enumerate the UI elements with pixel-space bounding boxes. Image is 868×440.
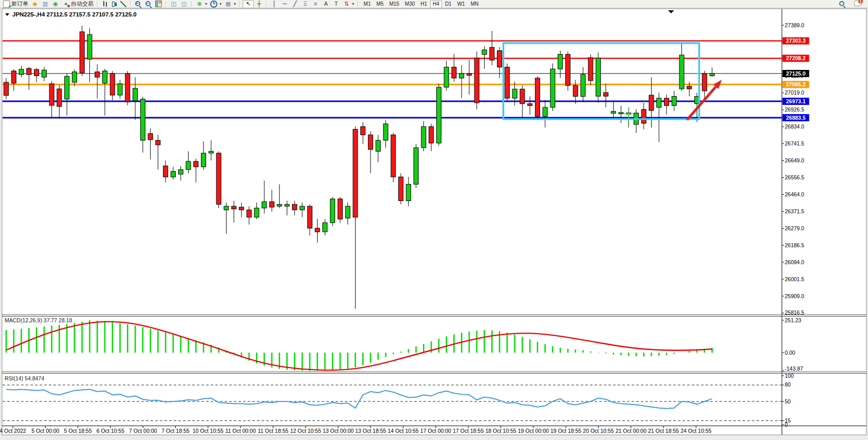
chevron-down-icon: ▾ xyxy=(352,2,354,6)
svg-text:21 Oct 18:55: 21 Oct 18:55 xyxy=(648,428,679,434)
timeframe-group: M1M5M15M30H1H4D1W1MN xyxy=(361,0,482,8)
cursor-button[interactable]: ↖ xyxy=(243,0,254,8)
timeframe-h4-button[interactable]: H4 xyxy=(430,0,442,8)
svg-text:26741.5: 26741.5 xyxy=(785,140,804,146)
clock-button[interactable]: ▾ xyxy=(209,1,223,8)
candle-chart-icon xyxy=(111,1,117,7)
line-chart-button[interactable] xyxy=(119,1,128,8)
svg-text:80: 80 xyxy=(785,381,791,388)
svg-text:26973.1: 26973.1 xyxy=(786,98,806,104)
clock-icon xyxy=(210,1,217,8)
svg-text:27208.2: 27208.2 xyxy=(786,55,806,61)
label-icon: T xyxy=(333,1,340,7)
vline-button[interactable]: │ xyxy=(269,1,280,8)
chevron-down-icon: ▾ xyxy=(219,2,221,6)
arrows-icon: ⇅ xyxy=(343,1,350,7)
svg-text:100: 100 xyxy=(785,373,794,379)
tile-windows-button[interactable] xyxy=(154,1,163,8)
autotrade-button[interactable]: ●自动交易 xyxy=(61,1,95,8)
timeframe-h1-button[interactable]: H1 xyxy=(418,0,430,8)
svg-text:251.23: 251.23 xyxy=(785,317,801,323)
svg-text:18 Oct 10:55: 18 Oct 10:55 xyxy=(485,428,516,434)
svg-text:27125.0: 27125.0 xyxy=(786,70,806,77)
toolbar-label: 自动交易 xyxy=(71,0,94,8)
indicators-button[interactable]: ⊕▾ xyxy=(194,1,209,8)
gold-icon: ◆ xyxy=(31,1,39,7)
trendline-button[interactable]: ╱ xyxy=(290,1,300,8)
svg-text:27065.2: 27065.2 xyxy=(786,81,806,87)
svg-text:4 Oct 2022: 4 Oct 2022 xyxy=(0,428,26,434)
text-button[interactable]: A xyxy=(321,1,331,8)
chart-title-text: JPN225-,H4 27112.5 27157.5 27107.5 27125… xyxy=(12,11,137,17)
toolbar-separator xyxy=(239,1,241,7)
timeframe-d1-button[interactable]: D1 xyxy=(442,0,454,8)
svg-text:24 Oct 10:55: 24 Oct 10:55 xyxy=(680,428,711,434)
svg-text:19 Oct 00:00: 19 Oct 00:00 xyxy=(518,428,549,434)
svg-text:5 Oct 18:55: 5 Oct 18:55 xyxy=(64,428,91,434)
timeframe-m30-button[interactable]: M30 xyxy=(402,0,417,8)
svg-text:26279.0: 26279.0 xyxy=(785,225,804,231)
timeframe-m5-button[interactable]: M5 xyxy=(374,0,386,8)
template-icon: ▦ xyxy=(225,1,232,7)
new-order-button[interactable]: 新订单 xyxy=(2,1,30,8)
svg-text:26371.5: 26371.5 xyxy=(785,208,804,214)
new-order-icon xyxy=(3,1,10,8)
svg-text:27019.0: 27019.0 xyxy=(785,89,804,96)
bar-chart-icon xyxy=(102,1,108,7)
svg-text:26649.0: 26649.0 xyxy=(785,157,804,163)
svg-text:13 Oct 00:00: 13 Oct 00:00 xyxy=(323,428,354,434)
channel-icon: Ξ xyxy=(302,1,309,7)
svg-text:0.00: 0.00 xyxy=(785,350,796,356)
svg-text:50: 50 xyxy=(785,398,791,405)
terminal-button[interactable]: ▥ xyxy=(40,1,50,8)
svg-text:20 Oct 10:55: 20 Oct 10:55 xyxy=(583,428,614,434)
toolbar-separator xyxy=(358,1,359,7)
chat-icon: 1 xyxy=(854,1,861,6)
hline-button[interactable]: ─ xyxy=(280,1,290,8)
signal-button[interactable]: ◉ xyxy=(50,1,61,8)
profile-button[interactable]: ◫ xyxy=(169,1,179,8)
rsi-label: RSI(14) 54.8474 xyxy=(5,375,44,381)
profile2-icon: ◫ xyxy=(180,1,188,7)
toolbar-separator xyxy=(191,1,192,7)
channel-button[interactable]: Ξ xyxy=(300,1,310,8)
label-button[interactable]: T xyxy=(331,1,341,8)
timeframe-m1-button[interactable]: M1 xyxy=(361,0,374,8)
zoom-out-button[interactable]: − xyxy=(143,1,154,8)
zoom-in-icon: + xyxy=(135,1,142,8)
timeframe-w1-button[interactable]: W1 xyxy=(454,0,468,8)
svg-text:26001.5: 26001.5 xyxy=(785,276,804,282)
bar-chart-button[interactable] xyxy=(100,1,109,8)
time-axis: 4 Oct 20225 Oct 00:005 Oct 18:556 Oct 10… xyxy=(0,426,712,434)
zoom-in-button[interactable]: + xyxy=(133,1,143,8)
svg-text:25909.0: 25909.0 xyxy=(785,293,804,299)
chevron-down-icon: ▾ xyxy=(205,2,207,6)
chat-button[interactable]: 1 xyxy=(853,1,863,8)
svg-text:13 Oct 18:55: 13 Oct 18:55 xyxy=(355,428,386,434)
svg-text:17 Oct 00:00: 17 Oct 00:00 xyxy=(420,428,451,434)
svg-text:26556.5: 26556.5 xyxy=(785,174,804,180)
svg-text:27389.0: 27389.0 xyxy=(785,22,804,28)
gold-button[interactable]: ◆ xyxy=(30,1,40,8)
crosshair-button[interactable]: ┼ xyxy=(254,1,264,8)
tile-windows-icon xyxy=(155,1,162,7)
fibonacci-icon: ≡ xyxy=(312,1,319,7)
mt4-window: 新订单◆▥◉●自动交易+−◫◫⊕▾▾▦▾↖┼│─╱Ξ≡AT⇅▾M1M5M15M3… xyxy=(0,0,868,440)
arrows-button[interactable]: ⇅▾ xyxy=(341,1,356,8)
toolbar-separator xyxy=(130,1,131,7)
search-button[interactable] xyxy=(837,1,847,8)
template-button[interactable]: ▦▾ xyxy=(223,1,237,8)
chart-area[interactable]: 27389.027296.527204.027111.527019.026926… xyxy=(0,0,868,440)
svg-text:21 Oct 00:00: 21 Oct 00:00 xyxy=(616,428,647,434)
timeframe-mn-button[interactable]: MN xyxy=(468,0,482,8)
svg-text:26094.0: 26094.0 xyxy=(785,259,804,265)
timeframe-m15-button[interactable]: M15 xyxy=(386,0,402,8)
toolbar-separator xyxy=(266,1,267,7)
cursor-icon: ↖ xyxy=(245,1,252,7)
candle-chart-button[interactable] xyxy=(109,1,119,8)
svg-text:26464.0: 26464.0 xyxy=(785,191,804,197)
terminal-icon: ▥ xyxy=(42,1,49,7)
profile2-button[interactable]: ◫ xyxy=(179,1,189,8)
svg-text:7 Oct 00:00: 7 Oct 00:00 xyxy=(129,428,157,434)
fibonacci-button[interactable]: ≡ xyxy=(310,1,321,8)
